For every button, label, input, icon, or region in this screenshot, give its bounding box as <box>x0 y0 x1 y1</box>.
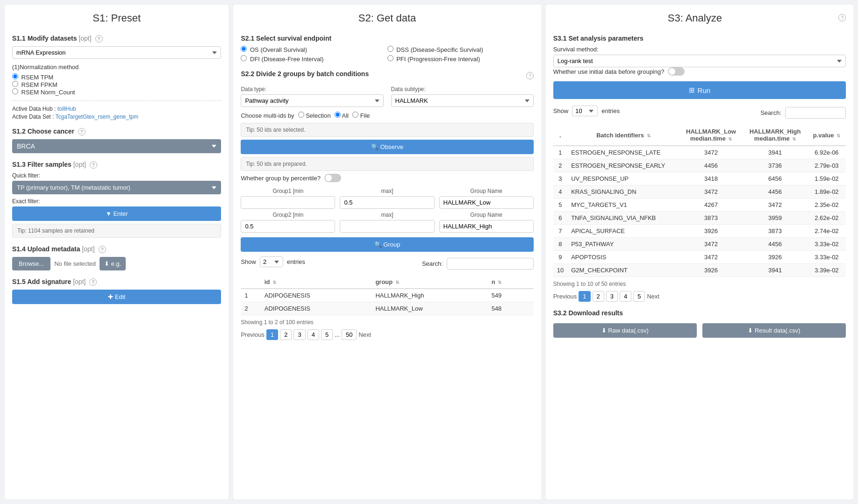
os-radio[interactable] <box>241 46 247 52</box>
file-label[interactable]: File <box>352 112 370 119</box>
s3-search-right: Search: <box>760 107 846 119</box>
group1-min-input[interactable] <box>241 196 335 209</box>
norm-label: (1)Normalization method <box>12 64 221 71</box>
data-subtype-select[interactable]: HALLMARK KEGG <box>391 94 534 107</box>
s2-next-btn[interactable]: Next <box>358 331 371 338</box>
s1-2-help-icon[interactable]: ? <box>78 128 86 135</box>
data-type-select[interactable]: Pathway activity mRNA Expression <box>241 94 383 107</box>
s2-page-3[interactable]: 3 <box>293 329 305 340</box>
group2-name-input[interactable] <box>439 220 534 233</box>
col-n[interactable]: n ⇅ <box>488 276 520 289</box>
cancer-select[interactable]: BRCA LUAD COAD <box>12 139 221 153</box>
s2-prev-btn[interactable]: Previous <box>241 331 265 338</box>
row-batch-id: MYC_TARGETS_V1 <box>567 199 679 212</box>
s3-page-5[interactable]: 5 <box>633 291 645 302</box>
group1-name-col: Group Name <box>439 188 534 209</box>
s3-page-2[interactable]: 2 <box>593 291 604 302</box>
row-high: 3941 <box>743 264 808 277</box>
row-group: HALLMARK_High <box>372 289 474 302</box>
col-id[interactable]: id ⇅ <box>261 276 358 289</box>
s3-search-input[interactable] <box>785 107 846 119</box>
run-icon: ⊞ <box>689 86 695 94</box>
row-pval: 2.74e-02 <box>808 225 846 238</box>
survival-method-select[interactable]: Log-rank test Cox regression <box>553 55 846 67</box>
s3-next-btn[interactable]: Next <box>647 293 659 300</box>
run-button[interactable]: ⊞ Run <box>553 81 846 99</box>
norm-rsem-fpkm-radio[interactable] <box>12 81 18 87</box>
file-radio[interactable] <box>352 112 358 118</box>
group-button[interactable]: 🔍 Group <box>241 237 533 252</box>
row-low: 4456 <box>679 159 743 172</box>
s2-page-5[interactable]: 5 <box>321 329 333 340</box>
group1-max-input[interactable] <box>340 196 434 209</box>
survival-radio-group: OS (Overall Survival) DSS (Disease-Speci… <box>241 46 533 63</box>
all-label[interactable]: All <box>335 112 349 119</box>
s2-page-2[interactable]: 2 <box>280 329 292 340</box>
os-label[interactable]: OS (Overall Survival) <box>241 46 387 53</box>
s1-3-help-icon[interactable]: ? <box>90 161 97 169</box>
norm-rsem-tpm-radio[interactable] <box>12 73 18 79</box>
s1-5-help-icon[interactable]: ? <box>89 278 97 286</box>
s3-entries-select[interactable]: 10 25 50 <box>572 106 598 116</box>
s3-page-4[interactable]: 4 <box>620 291 631 302</box>
dfi-radio[interactable] <box>241 55 247 61</box>
browse-button[interactable]: Browse... <box>12 257 50 270</box>
observe-button[interactable]: 🔍 Observe <box>241 140 533 154</box>
group2-min-input[interactable] <box>241 220 335 233</box>
percentile-toggle[interactable] <box>324 174 341 182</box>
s1-4-help-icon[interactable]: ? <box>99 246 106 253</box>
selection-radio[interactable] <box>298 112 304 118</box>
table-row: 5 MYC_TARGETS_V1 4267 3472 2.35e-02 <box>553 199 846 212</box>
active-set-row: Active Data Set : TcgaTargetGtex_rsem_ge… <box>12 114 221 120</box>
dss-radio[interactable] <box>387 46 393 52</box>
s1-1-help-icon[interactable]: ? <box>95 35 103 43</box>
s3-search-label: Search: <box>760 109 781 116</box>
dss-label[interactable]: DSS (Disease-Specific Survival) <box>387 46 534 53</box>
s3-col-batch[interactable]: Batch identifiers ⇅ <box>567 125 679 146</box>
norm-rsem-fpkm-label[interactable]: RSEM FPKM <box>12 81 57 88</box>
s3-col-pval[interactable]: p.value ⇅ <box>808 125 846 146</box>
all-radio[interactable] <box>335 112 341 118</box>
col-group[interactable]: group ⇅ <box>372 276 474 289</box>
s2-page-4[interactable]: 4 <box>307 329 319 340</box>
eg-button[interactable]: ⬇ e.g. <box>100 257 126 270</box>
row-num: 2 <box>553 159 567 172</box>
row-low: 3926 <box>679 264 743 277</box>
row-num: 6 <box>553 212 567 225</box>
s3-pagination: Previous 1 2 3 4 5 Next <box>553 291 846 302</box>
s2-2-help-icon[interactable]: ? <box>526 72 534 79</box>
enter-button[interactable]: ▼ Enter <box>12 206 221 221</box>
result-data-button[interactable]: ⬇ Result data(.csv) <box>702 323 846 338</box>
row-batch-id: ESTROGEN_RESPONSE_LATE <box>567 146 679 159</box>
edit-button[interactable]: ✚ Edit <box>12 290 221 304</box>
group1-name-input[interactable] <box>439 196 534 209</box>
raw-data-button[interactable]: ⬇ Raw data(.csv) <box>553 323 697 338</box>
s2-search-input[interactable] <box>447 258 534 270</box>
data-type-col: Data type: Pathway activity mRNA Express… <box>241 86 383 107</box>
s3-col-low[interactable]: HALLMARK_Lowmedian.time ⇅ <box>679 125 743 146</box>
s3-col-high[interactable]: HALLMARK_Highmedian.time ⇅ <box>743 125 808 146</box>
pfi-label[interactable]: PFI (Progression-Free Interval) <box>387 55 534 63</box>
group2-max-input[interactable] <box>340 220 434 233</box>
s2-page-1[interactable]: 1 <box>266 329 278 340</box>
norm-rsem-count-label[interactable]: RSEM Norm_Count <box>12 89 75 96</box>
s3-prev-btn[interactable]: Previous <box>553 293 577 300</box>
s3-page-3[interactable]: 3 <box>606 291 618 302</box>
s3-help-icon[interactable]: ? <box>838 14 846 21</box>
selection-label[interactable]: Selection <box>298 112 331 119</box>
dataset-select[interactable]: mRNA Expression CNV Methylation <box>12 46 221 59</box>
s2-page-50[interactable]: 50 <box>342 329 357 340</box>
s3-page-1[interactable]: 1 <box>579 291 590 302</box>
s2-1-title: S2.1 Select survival endpoint <box>241 35 533 42</box>
norm-rsem-tpm-label[interactable]: RSEM TPM <box>12 74 53 81</box>
row-pval: 6.92e-06 <box>808 146 846 159</box>
initial-data-toggle[interactable] <box>668 67 685 76</box>
dfi-label[interactable]: DFI (Disease-Free Interval) <box>241 55 387 63</box>
row-num: 8 <box>553 238 567 251</box>
active-hub-link[interactable]: toillHub <box>57 106 76 112</box>
norm-rsem-count-radio[interactable] <box>12 88 18 94</box>
active-set-link[interactable]: TcgaTargetGtex_rsem_gene_tpm <box>56 114 138 120</box>
quick-filter-select[interactable]: TP (primary tumor), TM (metastatic tumor… <box>12 181 221 194</box>
entries-select[interactable]: 2 5 10 <box>260 256 283 267</box>
pfi-radio[interactable] <box>387 55 393 61</box>
